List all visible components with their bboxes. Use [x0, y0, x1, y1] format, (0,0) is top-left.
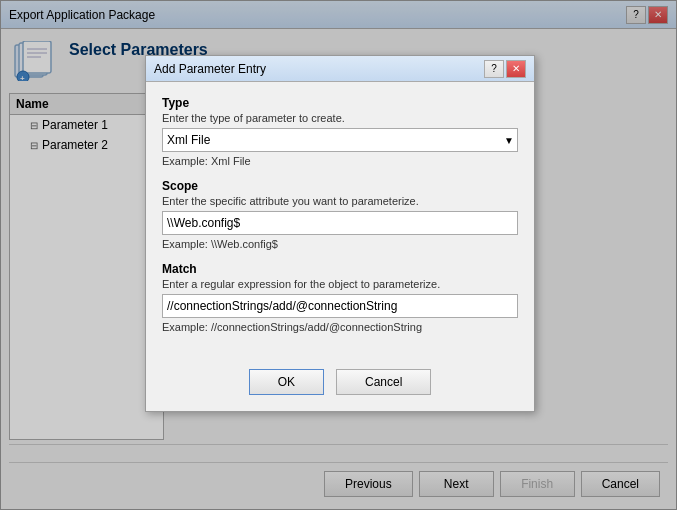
scope-description: Enter the specific attribute you want to… [162, 195, 518, 207]
scope-section: Scope Enter the specific attribute you w… [162, 179, 518, 250]
type-label: Type [162, 96, 518, 110]
match-example: Example: //connectionStrings/add/@connec… [162, 321, 518, 333]
modal-footer: OK Cancel [146, 359, 534, 411]
ok-button[interactable]: OK [249, 369, 324, 395]
type-section: Type Enter the type of parameter to crea… [162, 96, 518, 167]
scope-input[interactable] [162, 211, 518, 235]
type-select[interactable]: Xml File Connection String Registry [162, 128, 518, 152]
modal-cancel-button[interactable]: Cancel [336, 369, 431, 395]
modal-help-button[interactable]: ? [484, 60, 504, 78]
outer-wrapper: Export Application Package ? ✕ + [0, 0, 677, 510]
modal-titlebar: Add Parameter Entry ? ✕ [146, 56, 534, 82]
type-select-wrapper: Xml File Connection String Registry ▼ [162, 128, 518, 152]
scope-example: Example: \\Web.config$ [162, 238, 518, 250]
modal-close-button[interactable]: ✕ [506, 60, 526, 78]
modal-overlay: Add Parameter Entry ? ✕ Type Enter the t… [0, 0, 677, 510]
type-example: Example: Xml File [162, 155, 518, 167]
modal-body: Type Enter the type of parameter to crea… [146, 82, 534, 359]
modal-dialog: Add Parameter Entry ? ✕ Type Enter the t… [145, 55, 535, 412]
scope-label: Scope [162, 179, 518, 193]
match-description: Enter a regular expression for the objec… [162, 278, 518, 290]
match-label: Match [162, 262, 518, 276]
match-section: Match Enter a regular expression for the… [162, 262, 518, 333]
match-input[interactable] [162, 294, 518, 318]
type-description: Enter the type of parameter to create. [162, 112, 518, 124]
modal-title: Add Parameter Entry [154, 62, 482, 76]
